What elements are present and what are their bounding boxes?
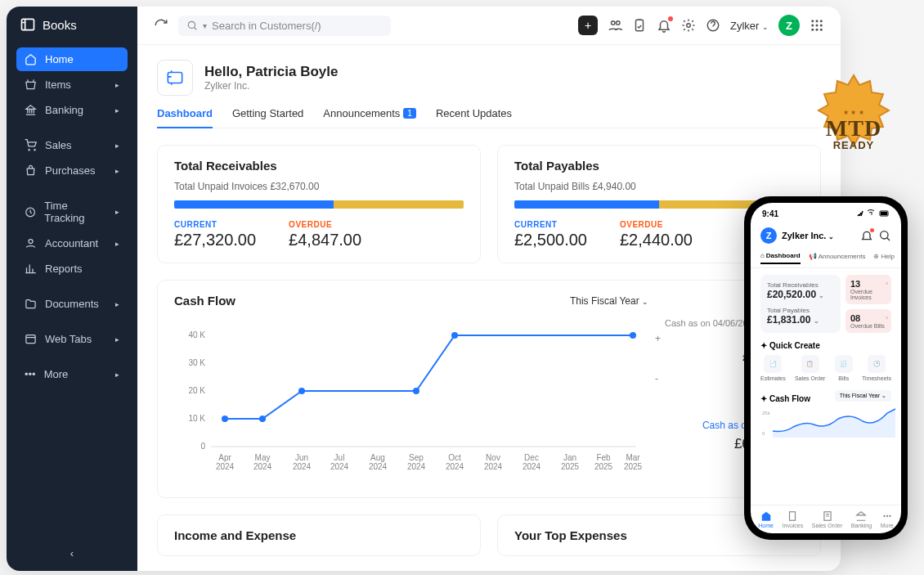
- svg-rect-62: [881, 212, 887, 215]
- receivables-sub: Total Unpaid Invoices £32,670.00: [174, 181, 464, 192]
- sidebar-item-home[interactable]: Home: [16, 47, 128, 71]
- search-icon: [186, 20, 198, 31]
- org-switcher[interactable]: Zylker ⌄: [730, 20, 769, 32]
- payables-current-label: CURRENT: [514, 220, 587, 229]
- signal-wifi-battery-icon: [857, 209, 890, 219]
- svg-rect-0: [22, 19, 34, 29]
- sidebar-item-accountant[interactable]: Accountant▸: [16, 231, 128, 255]
- svg-text:Apr: Apr: [218, 453, 231, 462]
- chevron-right-icon: ▸: [115, 142, 119, 150]
- settings-icon[interactable]: [681, 18, 696, 33]
- search-input[interactable]: ▾ Search in Customers(/): [178, 16, 391, 36]
- users-icon[interactable]: [608, 18, 622, 33]
- quick-add-button[interactable]: +: [578, 16, 598, 35]
- phone-qc-timesheets[interactable]: 🕒Timesheets: [862, 355, 891, 381]
- notifications-icon[interactable]: [657, 18, 671, 33]
- clock-icon: [25, 206, 36, 218]
- payables-overdue-value: £2,440.00: [620, 231, 693, 249]
- svg-text:2025: 2025: [624, 462, 643, 471]
- phone-nav-banking[interactable]: Banking: [851, 510, 872, 528]
- tab-dashboard[interactable]: Dashboard: [157, 107, 213, 128]
- greeting-title: Hello, Patricia Boyle: [204, 64, 338, 80]
- refresh-icon[interactable]: [154, 18, 168, 33]
- sidebar-item-purchases[interactable]: Purchases▸: [16, 159, 128, 182]
- phone-tab-help[interactable]: ⊕ Help: [873, 252, 894, 264]
- phone-cashflow-period[interactable]: This Fiscal Year ⌄: [835, 390, 891, 402]
- phone-qc-sales-order[interactable]: 📋Sales Order: [795, 355, 825, 381]
- phone-nav-home[interactable]: Home: [758, 510, 774, 528]
- svg-point-18: [811, 29, 814, 31]
- svg-text:Dec: Dec: [524, 453, 539, 462]
- phone-notifications-icon[interactable]: [860, 229, 873, 242]
- cashflow-chart: 40 K 30 K 20 K 10 K 0: [174, 317, 648, 481]
- chevron-right-icon: ▸: [115, 106, 119, 115]
- sidebar-collapse-button[interactable]: ‹: [7, 536, 137, 571]
- help-icon[interactable]: [706, 18, 720, 33]
- chevron-left-icon: ‹: [70, 547, 74, 559]
- chevron-right-icon: ▸: [115, 81, 119, 89]
- svg-text:2025: 2025: [561, 462, 580, 471]
- payables-title: Total Payables: [514, 159, 804, 173]
- svg-text:Feb: Feb: [596, 453, 611, 462]
- tab-announcements[interactable]: Announcements1: [323, 107, 416, 128]
- tab-getting-started[interactable]: Getting Started: [232, 107, 303, 128]
- svg-point-6: [188, 21, 195, 28]
- phone-nav-sales-order[interactable]: Sales Order: [812, 510, 842, 528]
- payables-current-value: £2,500.00: [514, 231, 587, 249]
- clipboard-icon[interactable]: [632, 18, 647, 33]
- chevron-right-icon: ▸: [115, 300, 119, 308]
- sidebar-item-more[interactable]: ••• More▸: [16, 362, 128, 386]
- cashflow-period-selector[interactable]: This Fiscal Year ⌄: [570, 295, 648, 307]
- sidebar-item-sales[interactable]: Sales▸: [16, 133, 128, 157]
- receivables-current-label: CURRENT: [174, 220, 256, 229]
- bank-icon: [25, 104, 37, 116]
- sidebar-item-banking[interactable]: Banking▸: [16, 98, 128, 122]
- phone-nav-invoices[interactable]: Invoices: [783, 510, 804, 528]
- phone-qc-bills[interactable]: 🧾Bills: [835, 355, 853, 381]
- svg-text:2024: 2024: [446, 462, 464, 471]
- phone-quick-create-header: ✦ Quick Create: [760, 341, 891, 350]
- svg-point-14: [820, 20, 823, 22]
- phone-avatar[interactable]: Z: [760, 227, 777, 244]
- sidebar-item-time-tracking[interactable]: Time Tracking▸: [16, 194, 128, 230]
- accountant-icon: [25, 237, 37, 249]
- phone-tab-dashboard[interactable]: ⌂ Dashboard: [760, 252, 801, 264]
- svg-point-17: [820, 25, 823, 27]
- user-avatar[interactable]: Z: [778, 15, 800, 36]
- svg-text:2024: 2024: [330, 462, 349, 471]
- folder-icon: [25, 298, 37, 310]
- sidebar-item-items[interactable]: Items▸: [16, 73, 128, 97]
- phone-org-switcher[interactable]: Zylker Inc. ⌄: [782, 231, 855, 240]
- sidebar-item-web-tabs[interactable]: Web Tabs▸: [16, 327, 128, 351]
- app-logo[interactable]: Books: [7, 7, 137, 43]
- svg-point-33: [630, 332, 636, 339]
- svg-point-16: [816, 25, 819, 27]
- sidebar-item-documents[interactable]: Documents▸: [16, 292, 128, 316]
- phone-search-icon[interactable]: [878, 229, 891, 242]
- phone-nav-more[interactable]: More: [881, 510, 894, 528]
- svg-point-29: [259, 416, 266, 422]
- svg-text:20 K: 20 K: [188, 386, 205, 395]
- svg-text:MTD: MTD: [826, 115, 881, 141]
- svg-text:2025: 2025: [594, 462, 613, 471]
- phone-overdue-bills[interactable]: 08 Overdue Bills ›: [846, 309, 891, 333]
- apps-grid-icon[interactable]: [810, 18, 824, 33]
- svg-point-19: [816, 29, 819, 31]
- topbar: ▾ Search in Customers(/) + Zylker ⌄ Z: [137, 7, 841, 45]
- svg-text:Mar: Mar: [626, 453, 640, 462]
- phone-receivables-card[interactable]: Total Receivables £20,520.00 ⌄ Total Pay…: [760, 275, 841, 333]
- greeting: Hello, Patricia Boyle Zylker Inc.: [157, 60, 821, 96]
- greeting-icon: [157, 60, 193, 96]
- sidebar-item-reports[interactable]: Reports: [16, 257, 128, 281]
- phone-qc-estimates[interactable]: 📄Estimates: [760, 355, 786, 381]
- svg-text:2024: 2024: [523, 462, 541, 471]
- receivables-overdue-value: £4,847.00: [289, 231, 361, 249]
- tab-recent-updates[interactable]: Recent Updates: [436, 107, 512, 128]
- svg-text:Jan: Jan: [563, 453, 576, 462]
- chevron-right-icon: ▸: [115, 371, 119, 379]
- svg-text:Aug: Aug: [370, 453, 385, 462]
- svg-point-32: [451, 332, 458, 339]
- phone-tab-announcements[interactable]: 📢 Announcements: [809, 252, 866, 264]
- svg-point-30: [298, 388, 305, 394]
- phone-overdue-invoices[interactable]: 13 Overdue Invoices ›: [846, 275, 891, 304]
